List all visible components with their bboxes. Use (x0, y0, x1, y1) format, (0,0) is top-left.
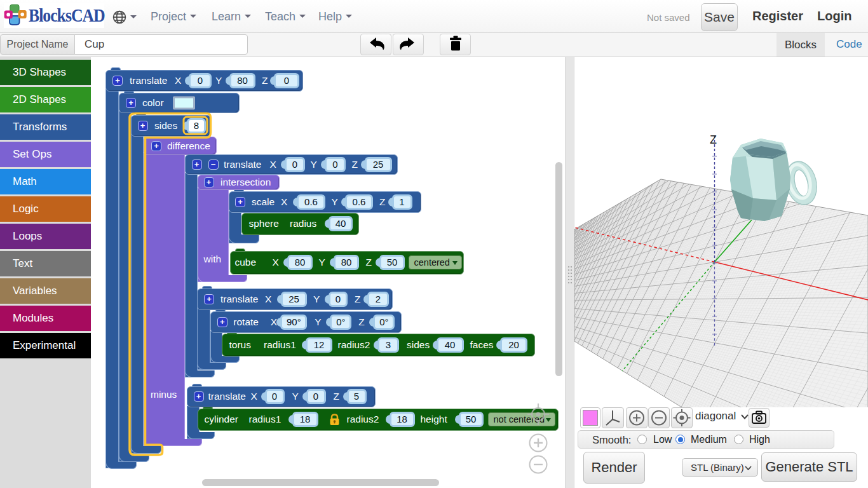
svg-text:Z: Z (710, 133, 717, 146)
